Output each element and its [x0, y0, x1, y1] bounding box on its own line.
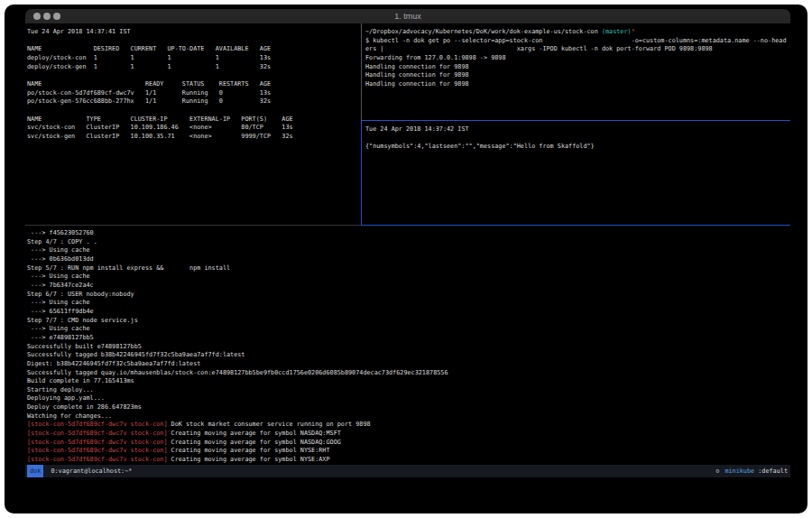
session-name-badge: dok — [27, 465, 43, 477]
tmux-terminal: Tue 24 Apr 2018 14:37:41 IST NAME DESIRE… — [25, 23, 790, 465]
terminal-line — [27, 71, 363, 80]
terminal-line: po/stock-con-5d7df689cf-dwc7v 1/1 Runnin… — [27, 89, 363, 98]
status-right-section: ⚙ minikube :default — [715, 465, 788, 477]
terminal-line: ---> e74898127bb5 — [27, 334, 790, 343]
terminal-line: Deploying app.yaml... — [27, 394, 790, 403]
terminal-line — [27, 106, 363, 116]
kube-context-label: minikube — [724, 467, 754, 475]
tmux-status-bar: dok 0:vagrant@localhost:~* ⚙ minikube :d… — [25, 465, 790, 477]
terminal-line: Tue 24 Apr 2018 14:37:42 IST — [365, 125, 790, 134]
terminal-line: Step 7/7 : CMD node service.js — [27, 317, 790, 326]
terminal-line: deploy/stock-con 1 1 1 1 13s — [27, 54, 363, 63]
terminal-line: [stock-con-5d7df689cf-dwc7v stock-con] C… — [27, 439, 790, 448]
terminal-line: [stock-con-5d7df689cf-dwc7v stock-con] C… — [27, 447, 790, 456]
terminal-line: Successfully tagged b38b42246945fd7f32c5… — [27, 351, 790, 360]
terminal-window: 1. tmux Tue 24 Apr 2018 14:37:41 IST NAM… — [25, 9, 790, 477]
terminal-line: svc/stock-con ClusterIP 10.109.186.46 <n… — [27, 124, 363, 133]
terminal-line: [stock-con-5d7df689cf-dwc7v stock-con] D… — [27, 421, 790, 430]
terminal-line: [stock-con-5d7df689cf-dwc7v stock-con] C… — [27, 430, 790, 439]
terminal-line: Tue 24 Apr 2018 14:37:41 IST — [27, 28, 363, 37]
pane-skaffold-log[interactable]: ---> f45623052760Step 4/7 : COPY . . ---… — [25, 226, 790, 465]
pane-divider-vertical-inactive[interactable] — [361, 23, 362, 120]
terminal-line — [27, 37, 363, 46]
terminal-line: svc/stock-gen ClusterIP 10.100.35.71 <no… — [27, 133, 363, 142]
terminal-line: Deploy complete in 286.647823ms — [27, 403, 790, 412]
pane-kubectl-watch[interactable]: Tue 24 Apr 2018 14:37:41 IST NAME DESIRE… — [25, 23, 363, 229]
window-titlebar[interactable]: 1. tmux — [25, 9, 790, 23]
terminal-line: Handling connection for 9898 — [365, 80, 790, 89]
terminal-line: NAME READY STATUS RESTARTS AGE — [27, 80, 363, 89]
terminal-line: ---> f45623052760 — [27, 229, 790, 238]
terminal-line: ---> Using cache — [27, 246, 790, 255]
terminal-line: po/stock-gen-576cc688bb-277hx 1/1 Runnin… — [27, 97, 363, 106]
terminal-line: Step 4/7 : COPY . . — [27, 238, 790, 247]
pane-divider-vertical-active[interactable] — [361, 120, 362, 226]
terminal-line: Successfully built e74898127bb5 — [27, 343, 790, 352]
terminal-line: Starting deploy... — [27, 386, 790, 395]
terminal-line: NAME TYPE CLUSTER-IP EXTERNAL-IP PORT(S)… — [27, 116, 363, 125]
terminal-line: Step 6/7 : USER nobody:nobody — [27, 291, 790, 300]
pane-divider-horizontal-inactive[interactable] — [25, 225, 361, 226]
pane-divider-horizontal-active-bottom[interactable] — [362, 225, 790, 226]
pane-curl-output[interactable]: Tue 24 Apr 2018 14:37:42 IST {"numsymbol… — [363, 121, 790, 229]
terminal-line: ~/Dropbox/advocacy/Kubernetes/DoK/work/d… — [365, 28, 790, 37]
terminal-line: Digest: b38b42246945fd7f32c5ba9aea7af7fd… — [27, 360, 790, 369]
terminal-line — [365, 134, 790, 143]
kube-namespace-label: :default — [758, 467, 788, 475]
terminal-line: ---> 7b6347ce2a4c — [27, 282, 790, 291]
pane-port-forward[interactable]: ~/Dropbox/advocacy/Kubernetes/DoK/work/d… — [363, 23, 790, 125]
terminal-line: Successfully tagged quay.io/mhausenblas/… — [27, 369, 790, 378]
terminal-line: $ kubectl -n dok get po --selector=app=s… — [365, 37, 790, 46]
terminal-line: ---> Using cache — [27, 325, 790, 334]
terminal-line: ---> 0b636bd013dd — [27, 255, 790, 264]
terminal-line: {"numsymbols":4,"lastseen":"","message":… — [365, 143, 790, 152]
terminal-line: Step 5/7 : RUN npm install express && np… — [27, 264, 790, 273]
terminal-line: ---> Using cache — [27, 273, 790, 282]
kube-wheel-icon: ⚙ — [715, 467, 719, 475]
terminal-line: Handling connection for 9898 — [365, 71, 790, 80]
status-window-item[interactable]: 0:vagrant@localhost:~* — [51, 467, 132, 475]
terminal-line: ers | xargs -IPOD kubectl -n dok port-fo… — [365, 45, 790, 54]
terminal-line: deploy/stock-gen 1 1 1 1 32s — [27, 63, 363, 72]
terminal-line: ---> Using cache — [27, 299, 790, 308]
terminal-line: [stock-con-5d7df689cf-dwc7v stock-con] C… — [27, 456, 790, 465]
window-title: 1. tmux — [25, 12, 790, 21]
terminal-line: Handling connection for 9898 — [365, 63, 790, 72]
terminal-line: NAME DESIRED CURRENT UP-TO-DATE AVAILABL… — [27, 45, 363, 54]
desktop-background: 1. tmux Tue 24 Apr 2018 14:37:41 IST NAM… — [5, 5, 807, 513]
pane-divider-horizontal-active-top[interactable] — [362, 120, 790, 121]
terminal-line: Watching for changes... — [27, 412, 790, 421]
terminal-line: Forwarding from 127.0.0.1:9898 -> 9898 — [365, 54, 790, 63]
terminal-line: ---> 65611ff9db4e — [27, 308, 790, 317]
terminal-line: Build complete in 77.165413ms — [27, 377, 790, 386]
